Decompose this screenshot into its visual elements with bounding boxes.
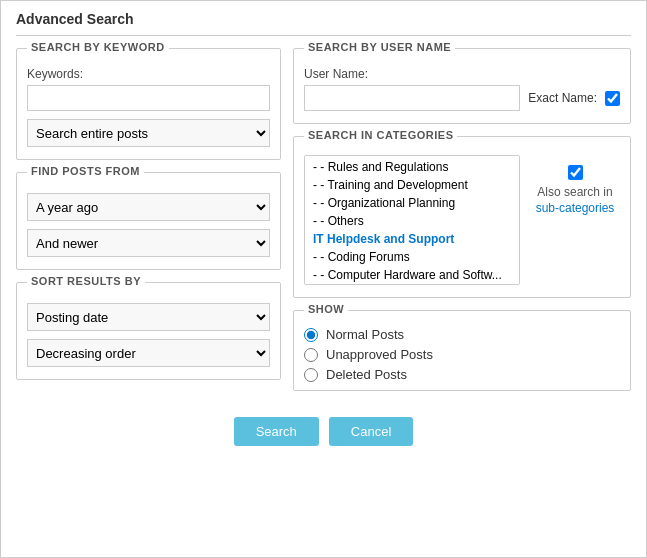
- show-unapproved-posts[interactable]: Unapproved Posts: [304, 347, 620, 362]
- dialog-title: Advanced Search: [16, 11, 631, 36]
- sort-results-section: SORT RESULTS BY Posting date Relevance S…: [16, 282, 281, 380]
- categories-section-legend: SEARCH IN CATEGORIES: [304, 129, 457, 141]
- from-date-select[interactable]: A year ago 6 months ago 3 months ago A m…: [27, 193, 270, 221]
- unapproved-posts-radio[interactable]: [304, 348, 318, 362]
- exact-name-label: Exact Name:: [528, 91, 597, 105]
- categories-list[interactable]: - - Rules and Regulations - - Training a…: [304, 155, 520, 285]
- search-by-keyword-section: SEARCH BY KEYWORD Keywords: Search entir…: [16, 48, 281, 160]
- show-section-legend: SHOW: [304, 303, 348, 315]
- search-in-categories-section: SEARCH IN CATEGORIES - - Rules and Regul…: [293, 136, 631, 298]
- user-name-label: User Name:: [304, 67, 620, 81]
- show-normal-posts[interactable]: Normal Posts: [304, 327, 620, 342]
- right-column: SEARCH BY USER NAME User Name: Exact Nam…: [293, 48, 631, 403]
- find-posts-from-section: FIND POSTS FROM A year ago 6 months ago …: [16, 172, 281, 270]
- exact-name-checkbox[interactable]: [605, 91, 620, 106]
- search-button[interactable]: Search: [234, 417, 319, 446]
- category-option[interactable]: - - Training and Development: [309, 176, 515, 194]
- advanced-search-dialog: Advanced Search SEARCH BY KEYWORD Keywor…: [0, 0, 647, 558]
- category-option[interactable]: - - Coding Forums: [309, 248, 515, 266]
- subcategories-label: Also search in sub-categories: [530, 185, 620, 216]
- keyword-section-legend: SEARCH BY KEYWORD: [27, 41, 169, 53]
- search-by-username-section: SEARCH BY USER NAME User Name: Exact Nam…: [293, 48, 631, 124]
- show-deleted-posts[interactable]: Deleted Posts: [304, 367, 620, 382]
- show-radio-group: Normal Posts Unapproved Posts Deleted Po…: [304, 327, 620, 382]
- deleted-posts-label: Deleted Posts: [326, 367, 407, 382]
- category-option[interactable]: - - Rules and Regulations: [309, 158, 515, 176]
- category-option[interactable]: - - Technical Queries and Trouble...: [309, 284, 515, 285]
- sort-by-select[interactable]: Posting date Relevance Subject Author Po…: [27, 303, 270, 331]
- find-posts-legend: FIND POSTS FROM: [27, 165, 144, 177]
- category-option[interactable]: IT Helpdesk and Support: [309, 230, 515, 248]
- order-select[interactable]: Decreasing order Increasing order: [27, 339, 270, 367]
- keywords-input[interactable]: [27, 85, 270, 111]
- category-option[interactable]: - - Computer Hardware and Softw...: [309, 266, 515, 284]
- unapproved-posts-label: Unapproved Posts: [326, 347, 433, 362]
- normal-posts-radio[interactable]: [304, 328, 318, 342]
- user-name-input[interactable]: [304, 85, 520, 111]
- normal-posts-label: Normal Posts: [326, 327, 404, 342]
- search-scope-select[interactable]: Search entire posts Search titles only: [27, 119, 270, 147]
- username-section-legend: SEARCH BY USER NAME: [304, 41, 455, 53]
- subcategories-checkbox[interactable]: [568, 165, 583, 180]
- category-option[interactable]: - - Organizational Planning: [309, 194, 515, 212]
- newer-select[interactable]: And newer And older: [27, 229, 270, 257]
- left-column: SEARCH BY KEYWORD Keywords: Search entir…: [16, 48, 281, 403]
- footer-buttons: Search Cancel: [16, 417, 631, 446]
- keywords-label: Keywords:: [27, 67, 270, 81]
- subcategories-panel: Also search in sub-categories: [530, 155, 620, 216]
- show-section: SHOW Normal Posts Unapproved Posts Delet…: [293, 310, 631, 391]
- category-option[interactable]: - - Others: [309, 212, 515, 230]
- cancel-button[interactable]: Cancel: [329, 417, 413, 446]
- sort-results-legend: SORT RESULTS BY: [27, 275, 145, 287]
- deleted-posts-radio[interactable]: [304, 368, 318, 382]
